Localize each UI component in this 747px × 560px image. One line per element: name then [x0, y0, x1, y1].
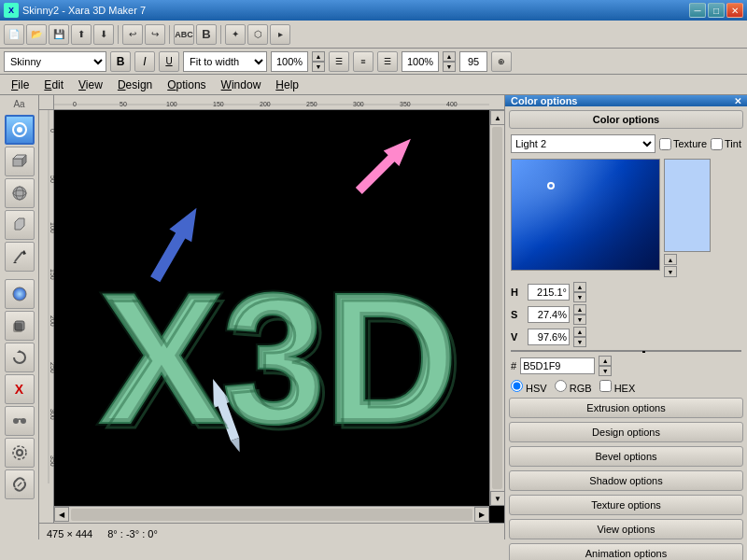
scroll-up-button[interactable]: ▲ — [490, 110, 504, 125]
gear-tool-button[interactable] — [5, 438, 35, 468]
zoom-down-button[interactable]: ▼ — [312, 62, 325, 72]
menu-design[interactable]: Design — [110, 77, 160, 93]
design-options-button[interactable]: Design options — [509, 422, 743, 442]
open-button[interactable]: 📂 — [26, 24, 47, 45]
bold-type-button[interactable]: B — [196, 24, 217, 45]
view-options-button[interactable]: View options — [509, 519, 743, 539]
panel-close-button[interactable]: ✕ — [734, 96, 741, 106]
color-spin-up[interactable]: ▲ — [664, 254, 677, 265]
align-center-button[interactable]: ≡ — [353, 51, 374, 72]
hex-checkbox[interactable] — [599, 380, 612, 392]
close-button[interactable]: ✕ — [726, 3, 743, 18]
h-input[interactable] — [528, 284, 570, 301]
import-button[interactable]: ⬇ — [93, 24, 114, 45]
align-left-button[interactable]: ☰ — [329, 51, 349, 72]
color-spin-down[interactable]: ▼ — [664, 266, 677, 277]
save-button[interactable]: 💾 — [49, 24, 69, 45]
zoom-input[interactable] — [271, 51, 308, 72]
color-tool-button[interactable] — [5, 115, 35, 145]
extrusion-tool-button[interactable] — [5, 147, 35, 176]
h-down-button[interactable]: ▼ — [573, 292, 586, 302]
svg-rect-2 — [13, 159, 22, 166]
link-tool-button[interactable] — [5, 469, 35, 499]
svg-text:100: 100 — [166, 101, 177, 107]
shadow-tool-button[interactable] — [5, 311, 35, 341]
texture-checkbox[interactable] — [659, 138, 671, 150]
new-button[interactable]: 📄 — [4, 24, 24, 45]
shadow-options-button[interactable]: Shadow options — [509, 470, 743, 491]
zoom-up-button[interactable]: ▲ — [312, 51, 325, 62]
s-up-button[interactable]: ▲ — [573, 304, 586, 315]
font-select[interactable]: Skinny — [4, 51, 106, 72]
menu-window[interactable]: Window — [214, 77, 269, 93]
texture-tool-button[interactable] — [5, 279, 35, 309]
vertical-scrollbar[interactable]: ▲ ▼ — [489, 110, 504, 506]
h-up-button[interactable]: ▲ — [573, 282, 586, 292]
minimize-button[interactable]: ─ — [689, 3, 706, 18]
fit-select[interactable]: Fit to width — [183, 51, 267, 72]
menu-view[interactable]: View — [71, 77, 110, 93]
rotate-tool-button[interactable] — [5, 343, 35, 372]
hsv-radio[interactable] — [511, 380, 523, 392]
undo-button[interactable]: ↩ — [122, 24, 143, 45]
hsv-radio-label[interactable]: HSV — [511, 380, 547, 394]
redo-button[interactable]: ↪ — [145, 24, 165, 45]
hex-up-button[interactable]: ▲ — [599, 356, 612, 366]
menu-file[interactable]: File — [4, 77, 36, 93]
pen-tool-button[interactable] — [5, 242, 35, 272]
s-down-button[interactable]: ▼ — [573, 315, 586, 325]
v-input[interactable] — [528, 329, 570, 345]
v-label: V — [511, 331, 524, 343]
menu-help[interactable]: Help — [268, 77, 306, 93]
quality-up-button[interactable]: ▲ — [443, 51, 456, 62]
extrusion-options-button[interactable]: Extrusion options — [509, 398, 743, 418]
anim-tool-button[interactable] — [5, 406, 35, 436]
tint-checkbox[interactable] — [711, 138, 723, 150]
sphere-tool-button[interactable] — [5, 178, 35, 208]
bold-button[interactable]: B — [110, 51, 131, 72]
rgb-radio[interactable] — [555, 380, 567, 392]
rainbow-bar[interactable] — [511, 350, 741, 352]
scroll-thumb-v[interactable] — [492, 127, 502, 489]
quality-input[interactable] — [402, 51, 439, 72]
more-button[interactable]: ▸ — [270, 24, 290, 45]
x-tool-button[interactable]: X — [5, 374, 35, 404]
maximize-button[interactable]: □ — [708, 3, 725, 18]
menu-edit[interactable]: Edit — [36, 77, 71, 93]
s-input[interactable] — [528, 306, 570, 323]
scroll-left-button[interactable]: ◀ — [54, 507, 69, 522]
color-gradient-picker[interactable] — [511, 159, 660, 271]
align-right-button[interactable]: ☰ — [377, 51, 398, 72]
underline-button[interactable]: U — [159, 51, 179, 72]
rgb-radio-label[interactable]: RGB — [555, 380, 592, 394]
export-button[interactable]: ⬆ — [71, 24, 92, 45]
italic-button[interactable]: I — [134, 51, 155, 72]
tint-checkbox-label[interactable]: Tint — [711, 138, 741, 150]
bevel-options-button[interactable]: Bevel options — [509, 446, 743, 467]
color-picker-area: ▲ ▼ — [511, 159, 741, 277]
animation-options-button[interactable]: Animation options — [509, 543, 743, 560]
horizontal-scrollbar[interactable]: ◀ ▶ — [54, 506, 489, 523]
rainbow-cursor — [642, 351, 645, 353]
scroll-thumb-h[interactable] — [71, 509, 472, 521]
v-up-button[interactable]: ▲ — [573, 327, 586, 337]
spell-button[interactable]: ABC — [174, 24, 194, 45]
hex-down-button[interactable]: ▼ — [599, 366, 612, 376]
extra-button[interactable]: ⊕ — [491, 51, 512, 72]
hex-input[interactable] — [520, 357, 595, 374]
bevel-tool-button[interactable] — [5, 210, 35, 240]
dropper-button[interactable]: ⬡ — [247, 24, 268, 45]
v-down-button[interactable]: ▼ — [573, 337, 586, 347]
menu-options[interactable]: Options — [160, 77, 213, 93]
texture-options-button[interactable]: Texture options — [509, 495, 743, 515]
scroll-down-button[interactable]: ▼ — [490, 491, 504, 506]
hex-radio-label[interactable]: HEX — [599, 380, 636, 394]
canvas-3d-view[interactable]: X3D X3D X3D — [54, 110, 504, 523]
quality-down-button[interactable]: ▼ — [443, 62, 456, 72]
texture-checkbox-label[interactable]: Texture — [659, 138, 707, 150]
light-select[interactable]: Light 2 — [511, 134, 655, 153]
wand-button[interactable]: ✦ — [225, 24, 246, 45]
extra-input[interactable] — [459, 51, 487, 72]
title-bar: X Skinny2 - Xara 3D Maker 7 ─ □ ✕ — [0, 0, 747, 21]
scroll-right-button[interactable]: ▶ — [474, 507, 489, 522]
